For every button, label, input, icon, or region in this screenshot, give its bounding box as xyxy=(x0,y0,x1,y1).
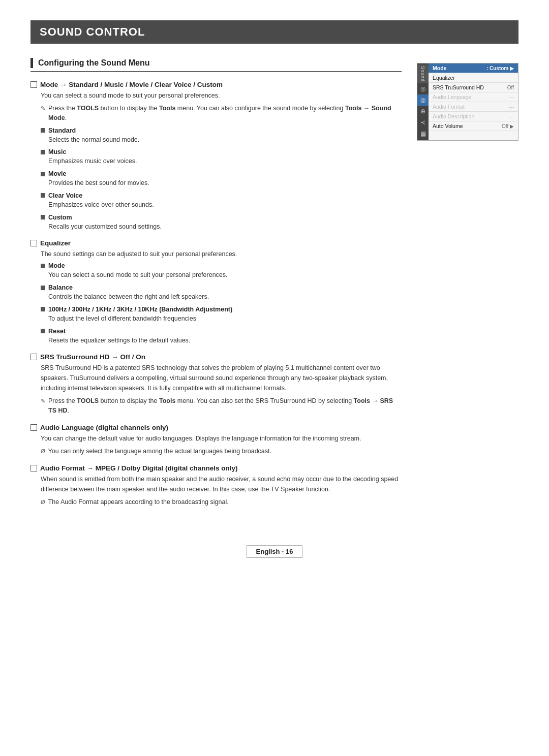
entry-audio-lang: Audio Language (digital channels only) Y… xyxy=(30,424,402,456)
page-title: SOUND CONTROL xyxy=(40,25,509,39)
bullet-reset xyxy=(41,329,45,333)
menu-item-audio-lang[interactable]: Audio Language --- xyxy=(429,92,518,102)
sub-music-title-row: Music xyxy=(41,148,402,155)
entry-mode-body: You can select a sound mode to suit your… xyxy=(41,90,402,101)
note-icon-srs: ✎ xyxy=(41,397,45,416)
sub-movie-label: Movie xyxy=(48,170,66,177)
bullet-balance xyxy=(41,286,45,290)
entry-mode-title: Mode → Standard / Music / Movie / Clear … xyxy=(40,81,223,88)
sub-bandwidth-desc: To adjust the level of different bandwid… xyxy=(48,314,402,324)
menu-icon-3: ⊕ xyxy=(417,106,429,117)
menu-item-audio-desc[interactable]: Audio Description --- xyxy=(429,112,518,121)
sub-custom-label: Custom xyxy=(48,214,72,221)
menu-item-auto-volume[interactable]: Auto Volume Off ▶ xyxy=(429,121,518,131)
menu-with-icons: Sound ◎ ◎ ⊕ ≺ ▦ Mode : Custom ▶ Equalize… xyxy=(417,64,518,140)
section-title: Configuring the Sound Menu xyxy=(30,58,402,72)
sub-reset-desc: Resets the equalizer settings to the def… xyxy=(48,336,402,345)
sub-balance-desc: Controls the balance between the right a… xyxy=(48,292,402,302)
checkbox-icon-audio-format xyxy=(30,465,37,471)
sub-custom: Custom Recalls your customized sound set… xyxy=(41,214,402,232)
sub-movie-title-row: Movie xyxy=(41,170,402,177)
menu-item-srs[interactable]: SRS TruSurround HD Off xyxy=(429,83,518,92)
bullet-music xyxy=(41,150,45,154)
sub-eq-mode: Mode You can select a sound mode to suit… xyxy=(41,262,402,280)
entry-srs-title: SRS TruSurround HD → Off / On xyxy=(40,353,145,361)
entry-audio-format-body: When sound is emitted from both the main… xyxy=(41,474,402,494)
menu-item-equalizer-label: Equalizer xyxy=(433,75,455,81)
menu-rows: Mode : Custom ▶ Equalizer SRS TruSurroun… xyxy=(429,64,518,140)
entry-mode-note: ✎ Press the TOOLS button to display the … xyxy=(41,104,402,123)
sub-reset-title-row: Reset xyxy=(41,328,402,335)
bullet-clear-voice xyxy=(41,193,45,198)
checkbox-icon-mode xyxy=(30,81,37,88)
entry-audio-lang-title: Audio Language (digital channels only) xyxy=(40,424,168,431)
entry-audio-lang-tip: Ø You can only select the language among… xyxy=(41,447,402,456)
entry-audio-lang-body: You can change the default value for aud… xyxy=(41,433,402,444)
entry-audio-format-title-row: Audio Format → MPEG / Dolby Digital (dig… xyxy=(30,464,402,472)
bullet-bandwidth xyxy=(41,307,45,311)
sub-balance-title-row: Balance xyxy=(41,284,402,291)
tip-icon-audio-format: Ø xyxy=(41,498,45,507)
menu-item-audio-desc-value: --- xyxy=(509,114,514,119)
bullet-eq-mode xyxy=(41,264,45,268)
entry-srs-body: SRS TruSurround HD is a patented SRS tec… xyxy=(41,363,402,393)
sidebar-menu: Sound ◎ ◎ ⊕ ≺ ▦ Mode : Custom ▶ Equalize… xyxy=(417,63,518,515)
entry-srs-note: ✎ Press the TOOLS button to display the … xyxy=(41,396,402,416)
tip-icon-audio-lang: Ø xyxy=(41,447,45,456)
menu-icon-2: ◎ xyxy=(417,94,429,106)
menu-item-srs-value: Off xyxy=(507,85,514,90)
sub-bandwidth: 100Hz / 300Hz / 1KHz / 3KHz / 10KHz (Ban… xyxy=(41,306,402,324)
entry-audio-format-tip: Ø The Audio Format appears according to … xyxy=(41,497,402,507)
menu-item-audio-desc-label: Audio Description xyxy=(433,113,474,119)
note-icon-mode: ✎ xyxy=(41,104,45,123)
menu-item-auto-volume-label: Auto Volume xyxy=(433,123,463,129)
sub-movie-desc: Provides the best sound for movies. xyxy=(48,178,402,188)
entry-audio-format-tip-text: The Audio Format appears according to th… xyxy=(48,497,402,507)
entry-srs-title-row: SRS TruSurround HD → Off / On xyxy=(30,353,402,361)
menu-item-mode[interactable]: Mode : Custom ▶ xyxy=(429,64,518,73)
entry-equalizer: Equalizer The sound settings can be adju… xyxy=(30,239,402,345)
entry-srs: SRS TruSurround HD → Off / On SRS TruSur… xyxy=(30,353,402,416)
sub-bandwidth-label: 100Hz / 300Hz / 1KHz / 3KHz / 10KHz (Ban… xyxy=(48,306,232,313)
checkbox-icon-equalizer xyxy=(30,240,37,246)
entry-mode: Mode → Standard / Music / Movie / Clear … xyxy=(30,81,402,231)
sub-balance: Balance Controls the balance between the… xyxy=(41,284,402,302)
bullet-custom xyxy=(41,215,45,219)
main-content: Configuring the Sound Menu Mode → Standa… xyxy=(30,58,402,515)
sub-music: Music Emphasizes music over voices. xyxy=(41,148,402,166)
sub-music-label: Music xyxy=(48,148,66,155)
sub-custom-title-row: Custom xyxy=(41,214,402,221)
menu-item-audio-format[interactable]: Audio Format --- xyxy=(429,102,518,112)
menu-icon-5: ▦ xyxy=(417,128,429,139)
checkbox-icon-audio-lang xyxy=(30,424,37,431)
sub-movie: Movie Provides the best sound for movies… xyxy=(41,170,402,188)
entry-mode-note-text: Press the TOOLS button to display the To… xyxy=(48,104,402,123)
menu-item-audio-format-label: Audio Format xyxy=(433,104,465,110)
section-title-bar xyxy=(30,58,33,68)
entry-equalizer-body: The sound settings can be adjusted to su… xyxy=(41,249,402,259)
bullet-movie xyxy=(41,172,45,176)
entry-mode-title-row: Mode → Standard / Music / Movie / Clear … xyxy=(30,81,402,88)
sub-standard-desc: Selects the normal sound mode. xyxy=(48,135,402,145)
menu-icon-4: ≺ xyxy=(417,117,429,128)
sub-standard-label: Standard xyxy=(48,127,76,134)
menu-item-auto-volume-value: Off ▶ xyxy=(502,123,514,129)
menu-icon-1: ◎ xyxy=(417,83,429,94)
sub-eq-mode-title-row: Mode xyxy=(41,262,402,269)
sub-custom-desc: Recalls your customized sound settings. xyxy=(48,222,402,232)
sub-reset: Reset Resets the equalizer settings to t… xyxy=(41,328,402,345)
menu-item-equalizer[interactable]: Equalizer xyxy=(429,73,518,83)
entry-audio-format-title: Audio Format → MPEG / Dolby Digital (dig… xyxy=(40,464,238,472)
menu-item-audio-format-value: --- xyxy=(509,104,514,110)
sub-standard: Standard Selects the normal sound mode. xyxy=(41,127,402,145)
entry-srs-note-text: Press the TOOLS button to display the To… xyxy=(48,396,402,416)
bullet-standard xyxy=(41,128,45,133)
sub-clear-voice: Clear Voice Emphasizes voice over other … xyxy=(41,192,402,210)
sub-bandwidth-title-row: 100Hz / 300Hz / 1KHz / 3KHz / 10KHz (Ban… xyxy=(41,306,402,313)
entry-audio-lang-title-row: Audio Language (digital channels only) xyxy=(30,424,402,431)
menu-item-mode-label: Mode xyxy=(433,65,446,71)
sub-eq-mode-desc: You can select a sound mode to suit your… xyxy=(48,270,402,280)
sub-clear-voice-desc: Emphasizes voice over other sounds. xyxy=(48,200,402,210)
sub-balance-label: Balance xyxy=(48,284,73,291)
entry-equalizer-title-row: Equalizer xyxy=(30,239,402,247)
